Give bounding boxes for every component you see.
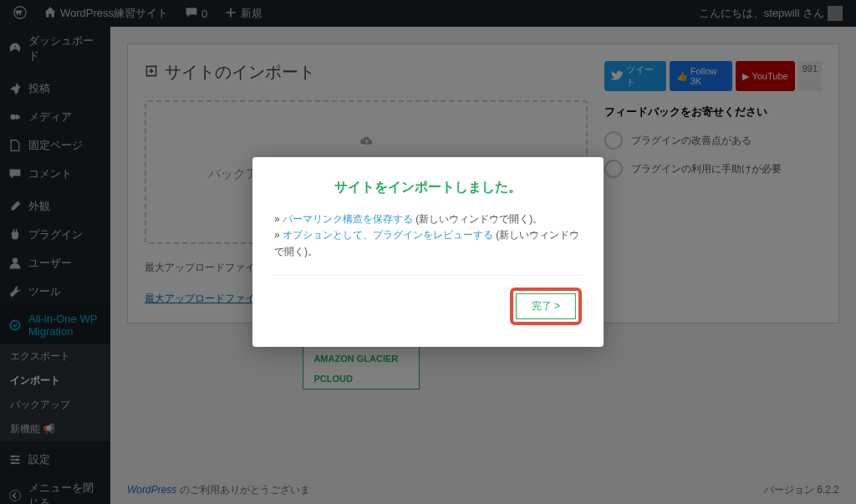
modal-overlay: サイトをインポートしました。 » パーマリンク構造を保存する (新しいウィンドウ… bbox=[0, 0, 856, 504]
permalink-save-link[interactable]: パーマリンク構造を保存する bbox=[283, 213, 413, 225]
modal-line-1: » パーマリンク構造を保存する (新しいウィンドウで開く)。 bbox=[274, 211, 582, 227]
modal-divider bbox=[274, 275, 582, 276]
modal-line-2: » オプションとして、プラグインをレビューする (新しいウィンドウで開く)。 bbox=[274, 227, 582, 259]
done-button[interactable]: 完了 > bbox=[516, 293, 576, 319]
modal-title: サイトをインポートしました。 bbox=[274, 179, 582, 196]
review-plugin-link[interactable]: オプションとして、プラグインをレビューする bbox=[283, 229, 493, 241]
done-button-highlight: 完了 > bbox=[510, 288, 582, 325]
import-success-modal: サイトをインポートしました。 » パーマリンク構造を保存する (新しいウィンドウ… bbox=[252, 157, 604, 347]
modal-body: » パーマリンク構造を保存する (新しいウィンドウで開く)。 » オプションとし… bbox=[274, 211, 582, 260]
modal-footer: 完了 > bbox=[274, 288, 582, 325]
